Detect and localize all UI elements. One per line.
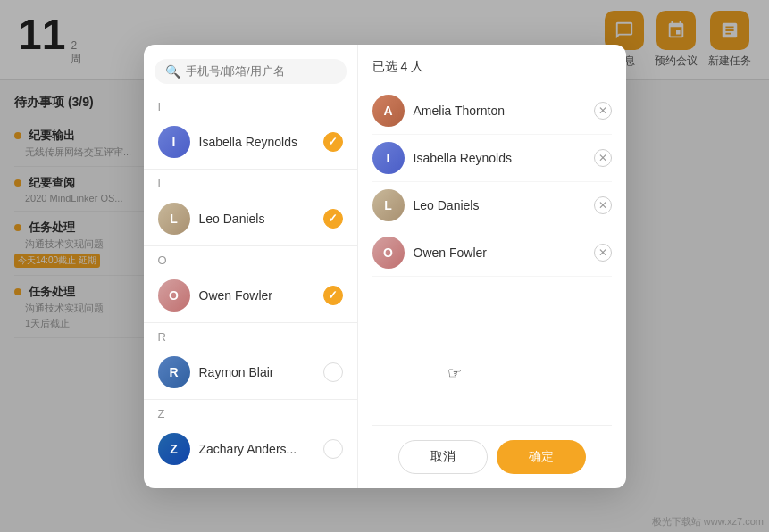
avatar-owen: O <box>158 279 190 312</box>
group-label-r: R <box>144 325 357 347</box>
modal-footer: 取消 确定 <box>372 425 612 474</box>
selected-owen: O Owen Fowler ✕ <box>372 229 612 277</box>
contact-name-isabella: Isabella Reynolds <box>199 135 314 149</box>
check-raymon[interactable] <box>323 362 343 382</box>
contact-isabella[interactable]: I Isabella Reynolds <box>144 117 357 167</box>
selected-list: A Amelia Thornton ✕ I Isabella Reynolds … <box>372 87 612 416</box>
group-label-l: L <box>144 171 357 194</box>
avatar-raymon: R <box>158 356 190 388</box>
selected-leo: L Leo Daniels ✕ <box>372 182 612 229</box>
confirm-button[interactable]: 确定 <box>497 440 586 474</box>
watermark: 极光下载站 www.xz7.com <box>652 515 764 528</box>
cancel-button[interactable]: 取消 <box>398 440 488 474</box>
remove-leo-button[interactable]: ✕ <box>594 196 612 214</box>
contact-picker-modal: 🔍 I I Isabella Reynolds L L Leo Daniels <box>144 45 626 488</box>
group-label-i: I <box>144 95 357 117</box>
contact-name-raymon: Raymon Blair <box>199 365 314 379</box>
avatar-isabella: I <box>158 126 190 158</box>
contact-raymon[interactable]: R Raymon Blair <box>144 347 357 397</box>
selected-name-isabella: Isabella Reynolds <box>414 151 585 165</box>
selected-count: 已选 4 人 <box>372 59 612 75</box>
contact-owen[interactable]: O Owen Fowler <box>144 270 357 320</box>
remove-amelia-button[interactable]: ✕ <box>594 102 612 120</box>
contact-name-zachary: Zachary Anders... <box>199 442 314 456</box>
check-owen[interactable] <box>323 286 343 305</box>
group-label-z: Z <box>144 402 357 424</box>
avatar-zachary: Z <box>158 433 190 465</box>
divider-3 <box>144 322 357 323</box>
remove-owen-button[interactable]: ✕ <box>594 244 612 262</box>
selected-name-leo: Leo Daniels <box>414 198 585 212</box>
check-isabella[interactable] <box>323 132 343 152</box>
check-leo[interactable] <box>323 209 343 229</box>
contact-name-leo: Leo Daniels <box>199 212 314 226</box>
search-box[interactable]: 🔍 <box>155 59 347 84</box>
avatar-amelia-selected: A <box>372 95 405 127</box>
selected-name-owen: Owen Fowler <box>414 245 585 260</box>
avatar-leo-selected: L <box>372 189 405 221</box>
divider-4 <box>144 399 357 400</box>
contact-name-owen: Owen Fowler <box>199 288 314 303</box>
avatar-owen-selected: O <box>372 237 405 269</box>
selected-name-amelia: Amelia Thornton <box>414 104 585 118</box>
avatar-isabella-selected: I <box>372 142 405 174</box>
search-icon: 🔍 <box>165 64 180 79</box>
search-input[interactable] <box>186 64 336 78</box>
divider-2 <box>144 245 357 246</box>
contact-leo[interactable]: L Leo Daniels <box>144 194 357 244</box>
modal-overlay: 🔍 I I Isabella Reynolds L L Leo Daniels <box>0 0 769 532</box>
selected-amelia: A Amelia Thornton ✕ <box>372 87 612 135</box>
divider-1 <box>144 169 357 170</box>
selected-isabella: I Isabella Reynolds ✕ <box>372 135 612 182</box>
avatar-leo: L <box>158 203 190 235</box>
selected-panel: 已选 4 人 A Amelia Thornton ✕ I Isabella Re… <box>358 45 626 488</box>
check-zachary[interactable] <box>323 439 343 459</box>
contact-zachary[interactable]: Z Zachary Anders... <box>144 424 357 474</box>
remove-isabella-button[interactable]: ✕ <box>594 149 612 167</box>
contact-list-panel: 🔍 I I Isabella Reynolds L L Leo Daniels <box>144 45 358 488</box>
group-label-o: O <box>144 248 357 270</box>
